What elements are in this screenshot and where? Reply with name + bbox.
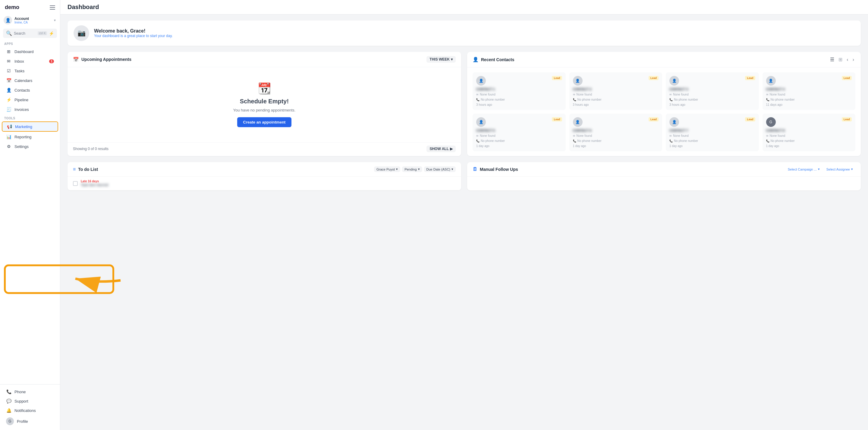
- contact-email: ✉None found: [476, 93, 562, 96]
- select-campaign-dropdown[interactable]: Select Campaign ... ▾: [785, 166, 822, 172]
- contact-name: CONTACT 1: [476, 87, 562, 91]
- contact-email: ✉None found: [670, 134, 755, 137]
- contact-tag: Lead: [842, 76, 852, 80]
- contact-time: 3 hours ago: [476, 103, 562, 106]
- followups-header: 🗓 Manual Follow Ups Select Campaign ... …: [467, 162, 861, 177]
- invoices-icon: 🧾: [6, 107, 11, 112]
- sidebar-item-label: Profile: [17, 419, 28, 424]
- sidebar-item-label: Dashboard: [14, 50, 34, 54]
- contact-card[interactable]: 👤 Lead CONTACT 7 ✉None found 📞No phone n…: [666, 114, 759, 151]
- sidebar-item-label: Reporting: [14, 135, 31, 139]
- sidebar-item-label: Inbox: [14, 59, 24, 64]
- grid-view-button[interactable]: ⊞: [837, 56, 844, 63]
- empty-calendar-icon: 📆: [258, 82, 271, 95]
- contact-name: CONTACT 8: [766, 129, 852, 132]
- todo-item: Late 16 days Task item blurred: [67, 177, 461, 190]
- select-assignee-dropdown[interactable]: Select Assignee ▾: [824, 166, 855, 172]
- contact-card[interactable]: G Lead CONTACT 8 ✉None found 📞No phone n…: [763, 114, 856, 151]
- contact-email: ✉None found: [670, 93, 755, 96]
- empty-subtitle: You have no pending appointments.: [233, 108, 296, 113]
- account-section[interactable]: 👤 Account Irvine, CA ▼: [0, 13, 60, 27]
- contacts-controls: ☰ ⊞ ‹ ›: [829, 56, 855, 63]
- contact-card[interactable]: 👤 Lead CONTACT 2 ✉None found 📞No phone n…: [569, 72, 662, 110]
- sidebar-item-phone[interactable]: 📞 Phone: [2, 387, 58, 396]
- chevron-down-icon: ▾: [451, 57, 453, 61]
- account-icon: 👤: [4, 16, 12, 24]
- sidebar-item-label: Marketing: [15, 124, 32, 129]
- sidebar-item-reporting[interactable]: 📊 Reporting: [2, 132, 58, 141]
- sidebar: demo 👤 Account Irvine, CA ▼ 🔍 Search ctr…: [0, 0, 60, 430]
- sidebar-item-label: Support: [14, 399, 28, 403]
- todo-header: ≡ To do List Grace Puyot ▾ Pending ▾: [67, 162, 461, 177]
- sidebar-item-tasks[interactable]: ☑ Tasks: [2, 66, 58, 75]
- contact-tag: Lead: [842, 117, 852, 121]
- search-bar[interactable]: 🔍 Search ctrl K ⚡: [3, 29, 57, 38]
- todo-checkbox[interactable]: [73, 181, 78, 186]
- sidebar-item-inbox[interactable]: ✉ Inbox 1: [2, 57, 58, 66]
- calendar-icon: 📅: [73, 57, 79, 62]
- show-all-button[interactable]: SHOW ALL ▶: [427, 146, 456, 152]
- contact-name: CONTACT 6: [573, 129, 659, 132]
- contact-email: ✉None found: [573, 134, 659, 137]
- sidebar-item-pipeline[interactable]: ⚡ Pipeline: [2, 95, 58, 104]
- sidebar-item-invoices[interactable]: 🧾 Invoices: [2, 105, 58, 114]
- bottom-grid: ≡ To do List Grace Puyot ▾ Pending ▾: [67, 162, 861, 190]
- sidebar-item-support[interactable]: 💬 Support: [2, 397, 58, 406]
- todo-icon: ≡: [73, 166, 76, 172]
- sidebar-item-marketing[interactable]: 📢 Marketing: [2, 121, 58, 132]
- sidebar-item-dashboard[interactable]: ⊞ Dashboard: [2, 47, 58, 56]
- contact-phone: 📞No phone number: [670, 98, 755, 101]
- marketing-icon: 📢: [7, 124, 12, 129]
- hamburger-icon[interactable]: [50, 5, 55, 10]
- status-filter[interactable]: Pending ▾: [402, 166, 422, 172]
- appointments-header: 📅 Upcoming Appointments THIS WEEK ▾: [67, 52, 461, 67]
- contact-name: CONTACT 5: [476, 129, 562, 132]
- empty-title: Schedule Empty!: [240, 98, 289, 105]
- appointments-footer: Showing 0 of 0 results SHOW ALL ▶: [67, 142, 461, 155]
- create-appointment-button[interactable]: Create an appointment: [237, 117, 292, 127]
- todo-card: ≡ To do List Grace Puyot ▾ Pending ▾: [67, 162, 461, 190]
- dashboard-grid: 📅 Upcoming Appointments THIS WEEK ▾ 📆 Sc…: [67, 52, 861, 156]
- appointments-empty-state: 📆 Schedule Empty! You have no pending ap…: [67, 67, 461, 142]
- contact-card[interactable]: 👤 Lead CONTACT 5 ✉None found 📞No phone n…: [472, 114, 566, 151]
- tools-section-label: Tools: [0, 114, 60, 121]
- todo-name: Task item blurred: [81, 183, 456, 187]
- contact-avatar: 👤: [670, 76, 679, 86]
- sidebar-item-profile[interactable]: G Profile: [2, 415, 58, 427]
- sidebar-item-calendars[interactable]: 📅 Calendars: [2, 76, 58, 85]
- pipeline-icon: ⚡: [6, 97, 11, 102]
- assignee-filter[interactable]: Grace Puyot ▾: [374, 166, 400, 172]
- contacts-header: 👤 Recent Contacts ☰ ⊞ ‹ ›: [467, 52, 861, 67]
- contact-time: 3 hours ago: [670, 103, 755, 106]
- sidebar-item-settings[interactable]: ⚙ Settings: [2, 142, 58, 151]
- contact-time: 1 day ago: [766, 144, 852, 148]
- appointments-title: 📅 Upcoming Appointments: [73, 57, 131, 62]
- contact-tag: Lead: [552, 117, 562, 121]
- contact-card[interactable]: 👤 Lead CONTACT 3 ✉None found 📞No phone n…: [666, 72, 759, 110]
- this-week-filter[interactable]: THIS WEEK ▾: [427, 56, 456, 63]
- sidebar-item-notifications[interactable]: 🔔 Notifications: [2, 406, 58, 415]
- next-button[interactable]: ›: [851, 56, 855, 63]
- chevron-down-icon: ▼: [53, 19, 56, 22]
- sidebar-item-contacts[interactable]: 👤 Contacts: [2, 86, 58, 95]
- contact-card[interactable]: 👤 Lead CONTACT 4 ✉None found 📞No phone n…: [763, 72, 856, 110]
- contact-phone: 📞No phone number: [766, 139, 852, 143]
- person-icon: 👤: [472, 57, 478, 62]
- list-view-button[interactable]: ☰: [829, 56, 835, 63]
- inbox-icon: ✉: [6, 59, 11, 64]
- contact-name: CONTACT 7: [670, 129, 755, 132]
- contact-time: 1 day ago: [476, 144, 562, 148]
- contact-name: CONTACT 4: [766, 87, 852, 91]
- calendars-icon: 📅: [6, 78, 11, 83]
- contact-time: 1 day ago: [573, 144, 659, 148]
- sidebar-item-label: Notifications: [14, 408, 36, 413]
- contact-name: CONTACT 2: [573, 87, 659, 91]
- contact-name: CONTACT 3: [670, 87, 755, 91]
- contacts-card: 👤 Recent Contacts ☰ ⊞ ‹ › 👤 Lead: [467, 52, 861, 156]
- contact-card[interactable]: 👤 Lead CONTACT 1 ✉None found 📞No phone n…: [472, 72, 566, 110]
- contact-card[interactable]: 👤 Lead CONTACT 6 ✉None found 📞No phone n…: [569, 114, 662, 151]
- followups-icon: 🗓: [472, 166, 477, 172]
- contact-avatar: 👤: [670, 117, 679, 127]
- prev-button[interactable]: ‹: [845, 56, 849, 63]
- sort-filter[interactable]: Due Date (ASC) ▾: [424, 166, 456, 172]
